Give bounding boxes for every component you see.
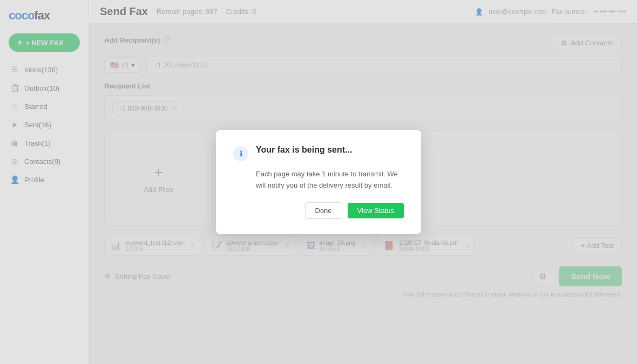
modal-header: ℹ Your fax is being sent... bbox=[233, 145, 404, 161]
done-button[interactable]: Done bbox=[305, 202, 342, 219]
modal-footer: Done View Status bbox=[233, 202, 404, 219]
info-icon: ℹ bbox=[233, 146, 248, 161]
modal: ℹ Your fax is being sent... Each page ma… bbox=[216, 130, 421, 234]
modal-body: Each page may take 1 minute to transmit.… bbox=[233, 169, 404, 191]
view-status-button[interactable]: View Status bbox=[348, 203, 404, 218]
modal-title: Your fax is being sent... bbox=[256, 145, 352, 155]
modal-overlay: ℹ Your fax is being sent... Each page ma… bbox=[0, 0, 637, 364]
